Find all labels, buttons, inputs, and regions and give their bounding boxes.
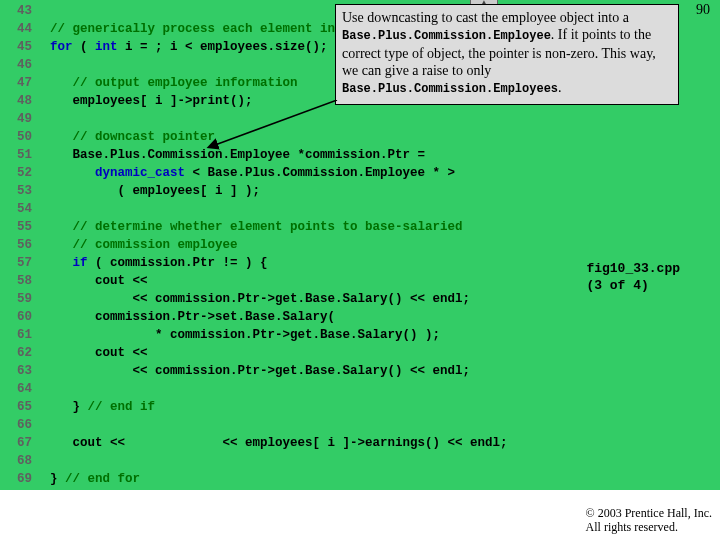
code-comment: // end for [65,472,140,486]
line-number: 68 [0,452,38,470]
code-text: * commission.Ptr->get.Base.Salary() ); [155,328,440,342]
line-number: 61 [0,326,38,344]
callout-text: Use downcasting to cast the employee obj… [342,10,629,25]
code-comment: // end if [88,400,156,414]
code-text: } [73,400,88,414]
copyright-notice: © 2003 Prentice Hall, Inc. All rights re… [586,506,712,534]
code-text: ( commission.Ptr != [88,256,246,270]
code-text: << commission.Ptr->get.Base.Salary() << … [133,292,471,306]
callout-mono: Base.Plus.Commission.Employees [342,82,558,96]
code-text: cout << << employees[ i ]->earnings() <<… [73,436,508,450]
code-area: 4344454647484950515253545556575859606162… [0,0,720,490]
line-number: 56 [0,236,38,254]
line-number: 69 [0,470,38,488]
line-number: 63 [0,362,38,380]
line-number: 46 [0,56,38,74]
copyright-line: All rights reserved. [586,520,712,534]
annotation-callout: Use downcasting to cast the employee obj… [335,4,679,105]
code-keyword: dynamic_cast [95,166,185,180]
callout-mono: Base.Plus.Commission.Employee [342,29,551,43]
code-text: commission.Ptr->set.Base.Salary( [95,310,335,324]
figure-label: fig10_33.cpp (3 of 4) [586,260,680,294]
code-text: i = [118,40,156,54]
slide-number: 90 [696,2,710,18]
code-text: ( [73,40,96,54]
code-comment: // commission employee [73,238,238,252]
line-number: 55 [0,218,38,236]
line-number: 43 [0,2,38,20]
code-comment: // determine whether element points to b… [73,220,463,234]
line-number: 45 [0,38,38,56]
code-text: ) { [245,256,268,270]
figure-filename: fig10_33.cpp [586,260,680,277]
line-number: 64 [0,380,38,398]
callout-text: . [558,80,562,95]
code-comment: // output employee information [73,76,298,90]
line-number: 60 [0,308,38,326]
line-number: 66 [0,416,38,434]
line-number: 47 [0,74,38,92]
line-number: 67 [0,434,38,452]
code-text: } [50,472,65,486]
copyright-line: © 2003 Prentice Hall, Inc. [586,506,712,520]
figure-part: (3 of 4) [586,277,680,294]
line-number: 44 [0,20,38,38]
line-number-gutter: 4344454647484950515253545556575859606162… [0,2,38,488]
code-text: cout << [95,346,148,360]
code-text: employees[ i ]->print(); [73,94,253,108]
code-keyword: for [50,40,73,54]
line-number: 62 [0,344,38,362]
code-text: < Base.Plus.Commission.Employee * > [185,166,455,180]
code-keyword: int [95,40,118,54]
line-number: 57 [0,254,38,272]
line-number: 53 [0,182,38,200]
code-text: Base.Plus.Commission.Employee *commissio… [73,148,426,162]
line-number: 49 [0,110,38,128]
line-number: 52 [0,164,38,182]
line-number: 54 [0,200,38,218]
code-comment: // downcast pointer [73,130,216,144]
line-number: 51 [0,146,38,164]
code-text: ( employees[ i ] ); [118,184,261,198]
line-number: 59 [0,290,38,308]
code-text: << commission.Ptr->get.Base.Salary() << … [133,364,471,378]
line-number: 48 [0,92,38,110]
line-number: 58 [0,272,38,290]
code-keyword: if [73,256,88,270]
line-number: 50 [0,128,38,146]
code-text: cout << [95,274,148,288]
line-number: 65 [0,398,38,416]
